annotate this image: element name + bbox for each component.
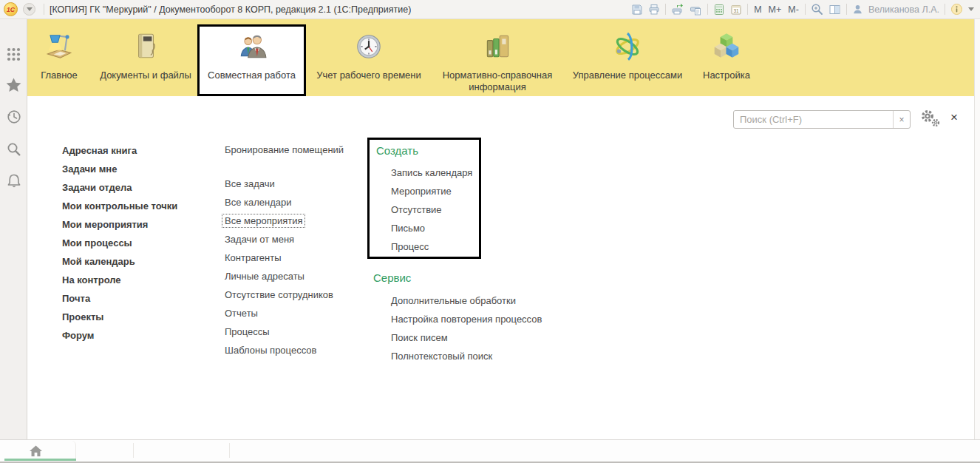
memory-minus-button[interactable]: М- bbox=[787, 2, 800, 17]
ribbon-tab-label: Нормативно-справочная информация bbox=[435, 70, 560, 93]
window-title: [КОПИЯ] ГК "Меркурий" / Документооборот … bbox=[50, 4, 411, 15]
menu-item[interactable]: Мой календарь bbox=[59, 252, 180, 271]
ribbon-tab-settings[interactable]: Настройка bbox=[697, 24, 756, 96]
menu-column-shared-top: Бронирование помещений bbox=[222, 141, 347, 159]
1c-logo: 1С bbox=[4, 2, 18, 16]
toolbar-more-button[interactable] bbox=[968, 2, 974, 17]
create-group-highlight-box: Создать Запись календаря Мероприятие Отс… bbox=[367, 138, 481, 259]
export-print-button[interactable] bbox=[671, 2, 684, 17]
menu-item[interactable]: Проекты bbox=[59, 308, 180, 326]
menu-item[interactable]: Мероприятие bbox=[388, 182, 479, 200]
menu-item[interactable]: Запись календаря bbox=[388, 163, 479, 182]
menu-item[interactable]: Шаблоны процессов bbox=[222, 341, 336, 359]
menu-item[interactable]: Мои мероприятия bbox=[59, 215, 180, 234]
menu-item[interactable]: Мои контрольные точки bbox=[59, 197, 180, 215]
menu-item[interactable]: Полнотекстовый поиск bbox=[388, 347, 545, 365]
memory-plus-button[interactable]: М+ bbox=[768, 2, 783, 17]
ribbon-tab-label: Настройка bbox=[703, 70, 750, 81]
magnifier-plus-icon bbox=[811, 3, 823, 16]
search-clear-button[interactable]: × bbox=[893, 111, 910, 128]
taskbar bbox=[0, 439, 980, 463]
zoom-button[interactable] bbox=[811, 2, 823, 17]
1c-logo-text: 1С bbox=[7, 6, 15, 13]
print-preview-button[interactable] bbox=[690, 2, 702, 17]
ribbon-tab-process-management[interactable]: Управление процессами bbox=[568, 24, 687, 96]
floppy-icon bbox=[631, 4, 643, 16]
ribbon-tab-label: Документы и файлы bbox=[100, 70, 191, 81]
memory-button[interactable]: М bbox=[753, 2, 762, 17]
user-name[interactable]: Великанова Л.А. bbox=[868, 4, 939, 15]
info-icon bbox=[950, 3, 963, 16]
search-input[interactable] bbox=[734, 111, 893, 128]
panel-close-button[interactable]: × bbox=[950, 111, 958, 124]
create-group-header: Создать bbox=[376, 143, 479, 158]
toolbar-separator bbox=[805, 4, 806, 15]
menu-item[interactable]: Все задачи bbox=[222, 175, 336, 193]
menu-item[interactable]: Задачи мне bbox=[59, 160, 180, 178]
main-menu-button[interactable] bbox=[23, 3, 35, 16]
menu-item-focused[interactable]: Все мероприятия bbox=[222, 212, 336, 230]
menu-item[interactable]: Отчеты bbox=[222, 304, 336, 322]
ribbon-tab-documents[interactable]: Документы и файлы bbox=[90, 24, 201, 96]
menu-item[interactable]: Письмо bbox=[388, 219, 479, 237]
ribbon-tab-reference-info[interactable]: Нормативно-справочная информация bbox=[435, 24, 560, 96]
calculator-icon bbox=[713, 4, 725, 16]
menu-item[interactable]: Задачи от меня bbox=[222, 230, 336, 249]
clear-x-icon: × bbox=[899, 115, 904, 125]
menu-item[interactable]: Все календари bbox=[222, 193, 336, 212]
history-button[interactable] bbox=[6, 109, 21, 124]
menu-item[interactable]: Отсутствие сотрудников bbox=[222, 285, 336, 304]
gears-icon bbox=[919, 108, 941, 129]
menu-item[interactable]: Форум bbox=[59, 326, 180, 345]
menu-item[interactable]: Бронирование помещений bbox=[222, 141, 347, 159]
home-page-tab[interactable] bbox=[4, 441, 76, 461]
ribbon-tab-main[interactable]: Главное bbox=[30, 24, 89, 96]
cubes-icon bbox=[711, 31, 742, 70]
process-orbit-icon bbox=[612, 31, 643, 70]
toolbar-separator bbox=[747, 4, 748, 15]
split-window-button[interactable] bbox=[828, 2, 841, 17]
folders-icon bbox=[482, 31, 513, 70]
favorites-button[interactable] bbox=[6, 77, 21, 92]
panel-settings-button[interactable] bbox=[919, 108, 941, 129]
history-clock-icon bbox=[7, 109, 21, 124]
calendar-button[interactable]: 31 bbox=[730, 2, 742, 17]
toolbar-separator bbox=[665, 4, 666, 15]
menu-item[interactable]: Адресная книга bbox=[59, 141, 180, 160]
ribbon-tab-timesheet[interactable]: Учет рабочего времени bbox=[310, 24, 428, 96]
menu-item[interactable]: Почта bbox=[59, 289, 180, 308]
menu-item[interactable]: Личные адресаты bbox=[222, 267, 336, 285]
split-panes-icon bbox=[828, 4, 841, 16]
ribbon-tab-label: Совместная работа bbox=[208, 70, 296, 81]
print-button[interactable] bbox=[648, 2, 660, 17]
calculator-button[interactable] bbox=[713, 2, 725, 17]
menu-item[interactable]: На контроле bbox=[59, 271, 180, 289]
menu-item[interactable]: Контрагенты bbox=[222, 249, 336, 267]
menu-item[interactable]: Отсутствие bbox=[388, 200, 479, 219]
ribbon-tab-collaboration[interactable]: Совместная работа bbox=[197, 24, 306, 96]
scrollbar-track[interactable] bbox=[974, 19, 980, 439]
info-button[interactable] bbox=[950, 2, 963, 17]
person-icon bbox=[852, 4, 863, 15]
menu-item[interactable]: Дополнительные обработки bbox=[388, 291, 545, 310]
user-button[interactable] bbox=[852, 2, 863, 17]
caret-down-icon bbox=[27, 7, 33, 11]
tools-menu-button[interactable] bbox=[6, 47, 21, 62]
section-menu-panel: × × Адресная книга Задачи мне Задачи отд… bbox=[27, 96, 974, 439]
menu-item[interactable]: Поиск писем bbox=[388, 328, 545, 347]
service-group-items: Дополнительные обработки Настройка повто… bbox=[388, 291, 545, 365]
menu-column-shared: Все задачи Все календари Все мероприятия… bbox=[222, 175, 336, 359]
notifications-button[interactable] bbox=[6, 173, 21, 189]
menu-item[interactable]: Процесс bbox=[388, 237, 479, 256]
search-icon bbox=[7, 142, 21, 157]
printer-icon bbox=[648, 4, 660, 16]
titlebar-toolbar: 31 М М+ М- Великанова Л.А. bbox=[631, 2, 980, 17]
menu-item[interactable]: Настройка повторения процессов bbox=[388, 310, 545, 328]
menu-item[interactable]: Процессы bbox=[222, 322, 336, 341]
global-search-button[interactable] bbox=[6, 141, 21, 157]
menu-column-personal: Адресная книга Задачи мне Задачи отдела … bbox=[59, 141, 180, 345]
grid-icon bbox=[7, 47, 21, 61]
save-button[interactable] bbox=[631, 2, 643, 17]
menu-item[interactable]: Задачи отдела bbox=[59, 178, 180, 197]
menu-item[interactable]: Мои процессы bbox=[59, 234, 180, 252]
